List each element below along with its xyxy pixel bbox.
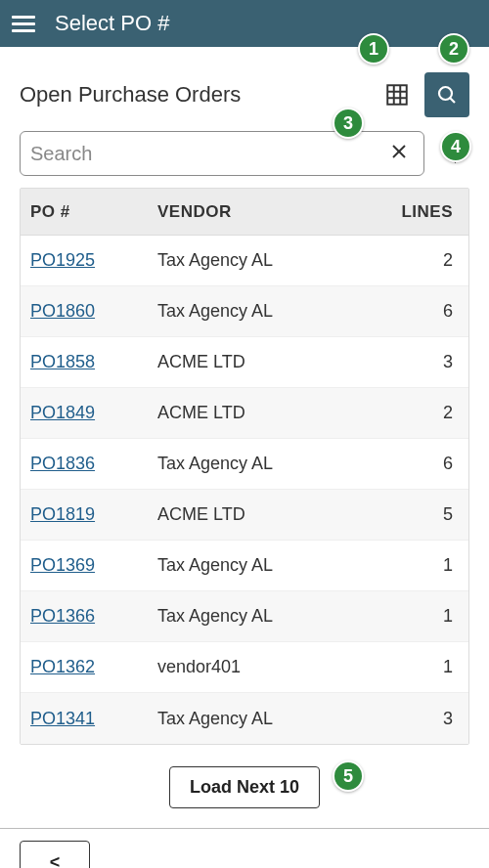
- lines-cell: 2: [380, 250, 468, 271]
- po-link[interactable]: PO1369: [30, 555, 95, 575]
- po-link[interactable]: PO1366: [30, 606, 95, 626]
- po-link[interactable]: PO1341: [30, 709, 95, 728]
- vendor-cell: ACME LTD: [148, 352, 380, 372]
- search-row: [20, 131, 469, 176]
- footer: <: [0, 828, 489, 868]
- svg-marker-9: [444, 146, 462, 161]
- vendor-cell: Tax Agency AL: [148, 454, 380, 474]
- lines-cell: 1: [380, 555, 468, 576]
- table-body: PO1925Tax Agency AL2PO1860Tax Agency AL6…: [21, 236, 468, 744]
- search-box: [20, 131, 424, 176]
- table-row: PO1858ACME LTD3: [21, 337, 468, 388]
- close-icon: [390, 143, 408, 160]
- lines-cell: 5: [380, 504, 468, 525]
- vendor-cell: ACME LTD: [148, 504, 380, 525]
- vendor-cell: vendor401: [148, 657, 380, 677]
- po-link[interactable]: PO1860: [30, 301, 95, 321]
- lines-cell: 6: [380, 301, 468, 322]
- po-link[interactable]: PO1819: [30, 504, 95, 524]
- lines-cell: 2: [380, 403, 468, 423]
- heading-row: Open Purchase Orders: [20, 72, 469, 117]
- vendor-cell: Tax Agency AL: [148, 709, 380, 729]
- search-icon: [435, 83, 459, 107]
- po-link[interactable]: PO1925: [30, 250, 95, 270]
- vendor-cell: Tax Agency AL: [148, 250, 380, 271]
- back-button[interactable]: <: [20, 841, 90, 868]
- filter-button[interactable]: [436, 137, 469, 170]
- section-heading: Open Purchase Orders: [20, 82, 241, 108]
- clear-search-button[interactable]: [384, 137, 414, 171]
- table-row: PO1369Tax Agency AL1: [21, 541, 468, 591]
- lines-cell: 3: [380, 709, 468, 729]
- search-button[interactable]: [424, 72, 469, 117]
- col-header-vendor[interactable]: VENDOR: [148, 202, 380, 222]
- table-header: PO # VENDOR LINES: [21, 189, 468, 236]
- table-row: PO1925Tax Agency AL2: [21, 236, 468, 286]
- load-next-button[interactable]: Load Next 10: [169, 766, 320, 808]
- vendor-cell: Tax Agency AL: [148, 606, 380, 627]
- lines-cell: 1: [380, 657, 468, 677]
- filter-icon: [441, 142, 465, 165]
- page-title: Select PO #: [55, 11, 169, 36]
- lines-cell: 6: [380, 454, 468, 474]
- table-row: PO1836Tax Agency AL6: [21, 439, 468, 490]
- topbar: Select PO #: [0, 0, 489, 47]
- heading-actions: [379, 72, 469, 117]
- grid-view-button[interactable]: [379, 77, 415, 112]
- vendor-cell: Tax Agency AL: [148, 555, 380, 576]
- load-next-row: Load Next 10 5: [20, 757, 469, 828]
- po-link[interactable]: PO1362: [30, 657, 95, 676]
- search-input[interactable]: [30, 143, 384, 165]
- table-row: PO1860Tax Agency AL6: [21, 286, 468, 337]
- po-link[interactable]: PO1836: [30, 454, 95, 473]
- table-row: PO1849ACME LTD2: [21, 388, 468, 439]
- table-row: PO1366Tax Agency AL1: [21, 591, 468, 642]
- svg-point-5: [439, 87, 452, 100]
- menu-icon[interactable]: [12, 10, 37, 37]
- vendor-cell: ACME LTD: [148, 403, 380, 423]
- svg-line-6: [450, 98, 455, 103]
- lines-cell: 1: [380, 606, 468, 627]
- table-row: PO1341Tax Agency AL3: [21, 693, 468, 744]
- annotation-5: 5: [333, 760, 364, 792]
- table-row: PO1362vendor4011: [21, 642, 468, 693]
- vendor-cell: Tax Agency AL: [148, 301, 380, 322]
- po-link[interactable]: PO1849: [30, 403, 95, 422]
- col-header-lines[interactable]: LINES: [380, 202, 468, 222]
- content-area: Open Purchase Orders: [0, 47, 489, 828]
- col-header-po[interactable]: PO #: [21, 202, 148, 222]
- po-link[interactable]: PO1858: [30, 352, 95, 371]
- po-table: PO # VENDOR LINES PO1925Tax Agency AL2PO…: [20, 188, 469, 745]
- svg-rect-0: [387, 85, 407, 105]
- grid-icon: [384, 82, 410, 108]
- table-row: PO1819ACME LTD5: [21, 490, 468, 541]
- lines-cell: 3: [380, 352, 468, 372]
